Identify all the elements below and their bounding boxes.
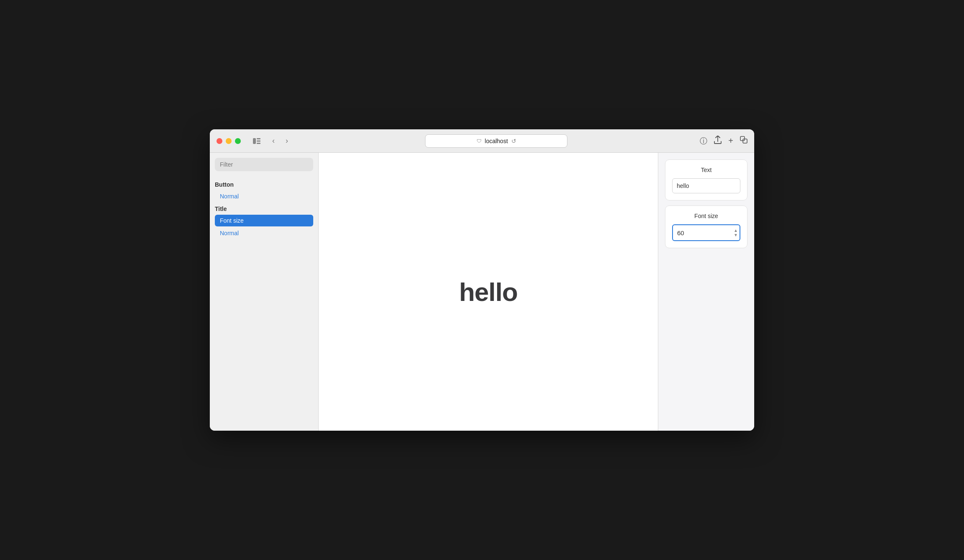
shield-icon: 🛡 [477,138,482,144]
fontsize-decrement[interactable]: ▼ [734,233,738,237]
address-bar[interactable]: 🛡 localhost ↺ [425,134,567,148]
filter-input[interactable] [215,158,313,171]
right-panel: Text Font size ▲ ▼ [658,153,754,431]
sidebar-item-title-normal[interactable]: Normal [215,227,313,239]
text-input[interactable] [672,178,740,193]
nav-buttons: ‹ › [268,135,293,147]
fontsize-input-wrapper: ▲ ▼ [672,224,740,241]
forward-button[interactable]: › [281,135,293,147]
fontsize-input[interactable] [672,224,740,241]
minimize-button[interactable] [226,138,232,144]
url-text: localhost [485,138,508,144]
panel-section-text: Text [665,159,747,200]
sidebar-toggle-button[interactable] [251,135,263,147]
canvas-display-text: hello [459,277,518,307]
sidebar-section-title: Title [215,206,313,212]
fontsize-steppers[interactable]: ▲ ▼ [734,229,738,237]
svg-rect-1 [257,138,260,139]
traffic-lights [217,138,241,144]
svg-rect-5 [743,139,747,143]
reload-icon[interactable]: ↺ [511,138,516,144]
panel-text-title: Text [672,167,740,173]
svg-rect-4 [740,136,745,141]
title-bar: ‹ › 🛡 localhost ↺ ⓘ + [210,129,754,153]
svg-rect-3 [257,143,260,144]
tabs-icon[interactable] [740,136,747,146]
close-button[interactable] [217,138,222,144]
browser-window: ‹ › 🛡 localhost ↺ ⓘ + [210,129,754,431]
svg-rect-2 [257,140,260,141]
add-tab-icon[interactable]: + [728,136,733,146]
info-icon[interactable]: ⓘ [700,136,707,146]
maximize-button[interactable] [235,138,241,144]
left-sidebar: Button Normal Title Font size Normal [210,153,319,431]
canvas-area: hello [319,153,658,431]
panel-section-fontsize: Font size ▲ ▼ [665,206,747,248]
svg-rect-0 [253,138,256,144]
sidebar-item-title-fontsize[interactable]: Font size [215,215,313,226]
fontsize-increment[interactable]: ▲ [734,229,738,233]
back-button[interactable]: ‹ [268,135,279,147]
address-bar-container: 🛡 localhost ↺ [296,134,696,148]
main-area: Button Normal Title Font size Normal hel… [210,153,754,431]
toolbar-right: ⓘ + [700,136,747,146]
share-icon[interactable] [714,136,722,146]
sidebar-section-button: Button [215,181,313,188]
panel-fontsize-title: Font size [672,213,740,219]
sidebar-item-button-normal[interactable]: Normal [215,190,313,202]
